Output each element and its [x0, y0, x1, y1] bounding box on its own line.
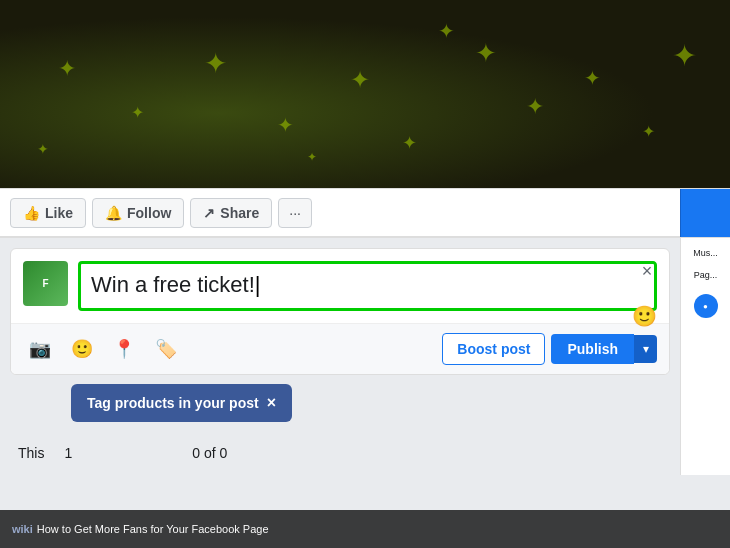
location-icon: 📍	[113, 338, 135, 360]
emoji-icon: 🙂	[632, 305, 657, 327]
dot-indicator: ●	[703, 302, 708, 311]
like-icon: 👍	[23, 205, 40, 221]
compose-header: F Win a free ticket! ×	[11, 249, 669, 323]
boost-label: Boost post	[457, 341, 530, 357]
wiki-logo: wiki	[12, 523, 33, 535]
share-button[interactable]: ↗ Share	[190, 198, 272, 228]
emoji-icon-button[interactable]: 🙂	[65, 332, 99, 366]
count2: 0 of 0	[192, 445, 227, 461]
like-button[interactable]: 👍 Like	[10, 198, 86, 228]
camera-icon: 📷	[29, 338, 51, 360]
follow-button[interactable]: 🔔 Follow	[92, 198, 184, 228]
close-icon: ×	[642, 261, 653, 282]
tag-tooltip: Tag products in your post ×	[71, 384, 292, 422]
hero-image: ✦ ✦ ✦ ✦ ✦ ✦ ✦ ✦ ✦ ✦ ✦ ✦ ✦ ✦	[0, 0, 730, 188]
text-cursor	[255, 272, 261, 297]
close-button[interactable]: ×	[633, 257, 661, 285]
follow-label: Follow	[127, 205, 171, 221]
post-text-input[interactable]: Win a free ticket!	[78, 261, 657, 311]
sidebar-page-label: Pag...	[685, 268, 726, 282]
bottom-bar: wiki How to Get More Fans for Your Faceb…	[0, 510, 730, 548]
compose-actions: 📷 🙂 📍 🏷️ Boost post	[11, 323, 669, 374]
more-button[interactable]: ···	[278, 198, 312, 228]
main-area: F Win a free ticket! × 🙂	[0, 238, 730, 475]
publish-group: Publish ▾	[551, 334, 657, 364]
sidebar-dot-icon: ●	[694, 294, 718, 318]
count1: 1	[64, 445, 72, 461]
this-label: This	[18, 445, 44, 461]
emoji-picker-button[interactable]: 🙂	[632, 304, 657, 328]
chevron-down-icon: ▾	[643, 342, 649, 356]
tag-icon: 🏷️	[155, 338, 177, 360]
wiki-title: How to Get More Fans for Your Facebook P…	[37, 523, 269, 535]
share-label: Share	[220, 205, 259, 221]
like-label: Like	[45, 205, 73, 221]
publish-button[interactable]: Publish	[551, 334, 634, 364]
share-icon: ↗	[203, 205, 215, 221]
left-content: F Win a free ticket! × 🙂	[0, 238, 680, 475]
publish-label: Publish	[567, 341, 618, 357]
smiley-icon: 🙂	[71, 338, 93, 360]
more-label: ···	[289, 205, 301, 221]
tag-tooltip-close[interactable]: ×	[267, 394, 276, 412]
close-icon: ×	[267, 394, 276, 411]
right-sidebar: Mus... Pag... ●	[680, 238, 730, 475]
avatar-image: F	[23, 261, 68, 306]
fb-action-toolbar: 👍 Like 🔔 Follow ↗ Share ···	[0, 189, 680, 237]
publish-dropdown-button[interactable]: ▾	[634, 335, 657, 363]
hero-background: ✦ ✦ ✦ ✦ ✦ ✦ ✦ ✦ ✦ ✦ ✦ ✦ ✦ ✦	[0, 0, 730, 188]
tag-icon-button[interactable]: 🏷️	[149, 332, 183, 366]
avatar: F	[23, 261, 68, 306]
sidebar-music-label: Mus...	[685, 246, 726, 260]
action-icons-group: 📷 🙂 📍 🏷️	[23, 332, 442, 366]
fb-blue-panel	[680, 189, 730, 237]
compose-box: F Win a free ticket! × 🙂	[10, 248, 670, 375]
boost-post-button[interactable]: Boost post	[442, 333, 545, 365]
follow-icon: 🔔	[105, 205, 122, 221]
location-icon-button[interactable]: 📍	[107, 332, 141, 366]
camera-icon-button[interactable]: 📷	[23, 332, 57, 366]
post-text: Win a free ticket!	[91, 272, 255, 297]
tag-tooltip-label: Tag products in your post	[87, 395, 259, 411]
